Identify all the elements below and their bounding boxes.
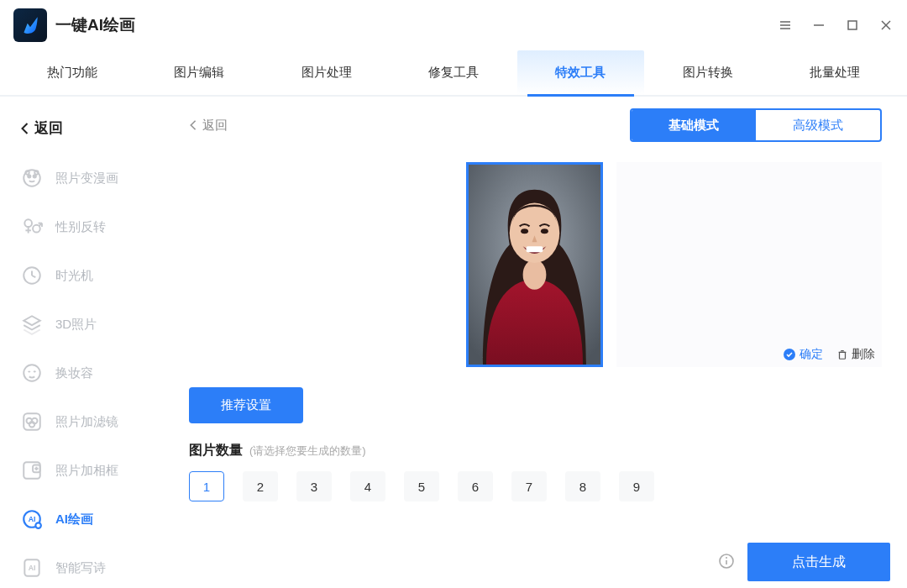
qty-option-7[interactable]: 7 bbox=[511, 471, 547, 501]
tab-edit[interactable]: 图片编辑 bbox=[135, 50, 262, 95]
tab-effects[interactable]: 特效工具 bbox=[517, 50, 644, 95]
gender-icon bbox=[20, 215, 44, 239]
qty-option-6[interactable]: 6 bbox=[458, 471, 493, 501]
sidebar-item-label: 智能写诗 bbox=[55, 560, 106, 576]
tab-batch[interactable]: 批量处理 bbox=[772, 50, 899, 95]
mode-toggle: 基础模式 高级模式 bbox=[630, 108, 882, 142]
svg-point-11 bbox=[34, 171, 38, 174]
app-logo-wrap: 一键AI绘画 bbox=[13, 8, 135, 42]
ai-draw-icon: AI bbox=[20, 507, 44, 531]
svg-rect-4 bbox=[848, 21, 857, 29]
svg-point-40 bbox=[521, 228, 528, 234]
sidebar-item-label: 3D照片 bbox=[55, 317, 97, 333]
sidebar-item-filter[interactable]: 照片加滤镜 bbox=[15, 400, 165, 444]
qty-option-5[interactable]: 5 bbox=[404, 471, 439, 501]
qty-option-4[interactable]: 4 bbox=[350, 471, 385, 501]
window-controls bbox=[778, 18, 894, 33]
face-icon bbox=[20, 361, 44, 385]
poem-icon: AI bbox=[20, 556, 44, 580]
top-tabs: 热门功能 图片编辑 图片处理 修复工具 特效工具 图片转换 批量处理 bbox=[0, 50, 907, 97]
qty-option-3[interactable]: 3 bbox=[296, 471, 332, 501]
svg-point-33 bbox=[35, 522, 41, 528]
chevron-left-icon bbox=[20, 122, 29, 135]
svg-text:AI: AI bbox=[29, 564, 36, 572]
confirm-button[interactable]: 确定 bbox=[783, 347, 823, 362]
tab-process[interactable]: 图片处理 bbox=[263, 50, 390, 95]
quantity-hint: (请选择您要生成的数量) bbox=[249, 444, 366, 459]
svg-line-21 bbox=[32, 276, 35, 277]
close-icon[interactable] bbox=[878, 18, 894, 33]
sidebar-item-label: AI绘画 bbox=[55, 512, 93, 528]
qty-option-2[interactable]: 2 bbox=[243, 471, 278, 501]
trash-icon bbox=[836, 349, 848, 360]
qty-option-9[interactable]: 9 bbox=[619, 471, 654, 501]
svg-point-49 bbox=[726, 557, 727, 559]
filter-icon bbox=[20, 410, 44, 433]
main-panel: 返回 基础模式 高级模式 bbox=[172, 97, 907, 586]
svg-point-22 bbox=[24, 365, 40, 381]
svg-text:AI: AI bbox=[29, 515, 36, 523]
check-circle-icon bbox=[783, 348, 796, 361]
sidebar: 返回 照片变漫画 性别反转 时光机 3D照片 换妆容 照片加滤镜 照片加相框 bbox=[0, 97, 172, 586]
sidebar-item-cartoon[interactable]: 照片变漫画 bbox=[15, 156, 165, 200]
mode-advanced-button[interactable]: 高级模式 bbox=[756, 110, 880, 140]
app-logo-icon bbox=[13, 8, 47, 42]
tab-convert[interactable]: 图片转换 bbox=[644, 50, 771, 95]
sidebar-item-frame[interactable]: 照片加相框 bbox=[15, 449, 165, 492]
sidebar-back[interactable]: 返回 bbox=[20, 118, 165, 138]
sidebar-item-ai-draw[interactable]: AI AI绘画 bbox=[15, 497, 165, 541]
generate-button[interactable]: 点击生成 bbox=[747, 543, 890, 581]
sidebar-item-gender[interactable]: 性别反转 bbox=[15, 205, 165, 249]
sidebar-item-label: 性别反转 bbox=[55, 219, 106, 235]
svg-point-12 bbox=[24, 219, 32, 227]
sidebar-back-label: 返回 bbox=[34, 118, 63, 138]
layers-icon bbox=[20, 312, 44, 336]
mode-basic-button[interactable]: 基础模式 bbox=[632, 110, 756, 140]
result-panel: 确定 删除 bbox=[616, 162, 882, 367]
app-title: 一键AI绘画 bbox=[55, 14, 135, 36]
svg-point-8 bbox=[28, 175, 30, 177]
recommend-settings-button[interactable]: 推荐设置 bbox=[189, 387, 303, 423]
svg-point-9 bbox=[34, 175, 36, 177]
svg-point-15 bbox=[33, 225, 40, 233]
sidebar-item-clock[interactable]: 时光机 bbox=[15, 254, 165, 297]
image-preview[interactable] bbox=[466, 162, 603, 367]
quantity-options: 1 2 3 4 5 6 7 8 9 bbox=[189, 471, 882, 501]
sidebar-item-label: 时光机 bbox=[55, 268, 93, 284]
sidebar-item-label: 照片加滤镜 bbox=[55, 414, 118, 430]
minimize-icon[interactable] bbox=[811, 18, 826, 33]
chevron-left-icon bbox=[189, 119, 197, 131]
sidebar-item-makeup[interactable]: 换妆容 bbox=[15, 351, 165, 395]
tab-repair[interactable]: 修复工具 bbox=[390, 50, 516, 95]
sidebar-item-label: 换妆容 bbox=[55, 365, 93, 381]
svg-rect-44 bbox=[840, 352, 846, 359]
sidebar-item-3d[interactable]: 3D照片 bbox=[15, 302, 165, 346]
main-back-label: 返回 bbox=[202, 118, 228, 134]
preview-illustration bbox=[469, 165, 600, 365]
cartoon-icon bbox=[20, 166, 44, 190]
sidebar-item-label: 照片加相框 bbox=[55, 463, 118, 479]
delete-button[interactable]: 删除 bbox=[836, 347, 875, 362]
tab-hot[interactable]: 热门功能 bbox=[8, 50, 135, 95]
svg-point-38 bbox=[523, 260, 547, 290]
frame-icon bbox=[20, 459, 44, 482]
title-bar: 一键AI绘画 bbox=[0, 0, 907, 50]
sidebar-item-poem[interactable]: AI 智能写诗 bbox=[15, 546, 165, 586]
sidebar-item-label: 照片变漫画 bbox=[55, 171, 118, 186]
svg-point-10 bbox=[25, 171, 29, 174]
maximize-icon[interactable] bbox=[845, 18, 860, 33]
clock-icon bbox=[20, 264, 44, 287]
info-icon[interactable] bbox=[718, 553, 735, 573]
menu-icon[interactable] bbox=[778, 18, 793, 33]
qty-option-1[interactable]: 1 bbox=[189, 471, 224, 501]
qty-option-8[interactable]: 8 bbox=[565, 471, 600, 501]
quantity-label: 图片数量 bbox=[189, 442, 243, 459]
svg-rect-42 bbox=[527, 246, 543, 252]
main-back[interactable]: 返回 bbox=[189, 118, 228, 134]
svg-point-41 bbox=[541, 228, 548, 234]
